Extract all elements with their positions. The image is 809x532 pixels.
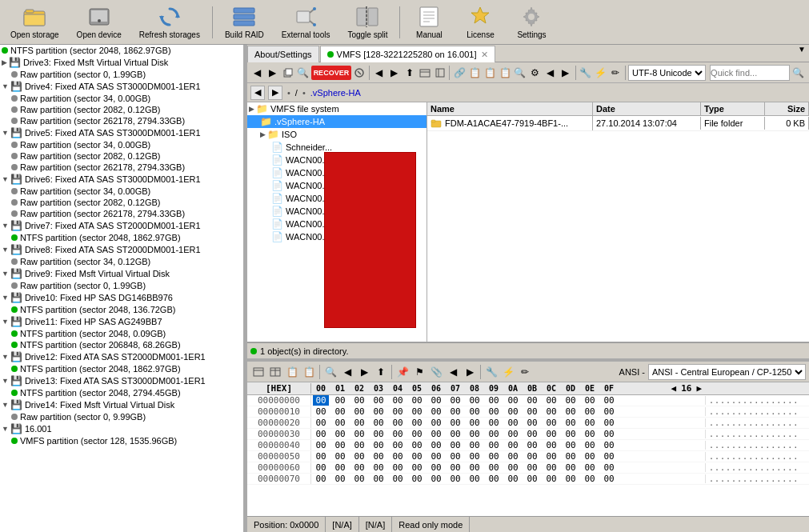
hex-byte-3-2[interactable]: 00 (351, 429, 367, 439)
left-tree-item-27[interactable]: NTFS partition (sector 2048, 1862.97GB) (0, 363, 243, 374)
hex-byte-2-1[interactable]: 00 (332, 418, 348, 428)
open-storage-button[interactable]: Open storage (3, 2, 66, 42)
hex-byte-4-15[interactable]: 00 (601, 440, 617, 450)
left-tree-item-2[interactable]: Raw partition (sector 0, 1.99GB) (0, 69, 243, 80)
hex-byte-2-8[interactable]: 00 (467, 418, 483, 428)
external-tools-button[interactable]: External tools (274, 2, 338, 42)
hex-byte-1-4[interactable]: 00 (390, 406, 406, 417)
tab-arrow[interactable]: ▼ (795, 45, 809, 62)
left-tree-item-9[interactable]: Raw partition (sector 2082, 0.12GB) (0, 150, 243, 162)
settings-button[interactable]: Settings (507, 2, 555, 42)
left-tree-item-6[interactable]: Raw partition (sector 262178, 2794.33GB) (0, 115, 243, 126)
left-tree-item-16[interactable]: NTFS partition (sector 2048, 1862.97GB) (0, 232, 243, 243)
left-tree-item-30[interactable]: ▼💾Drive14: Fixed Msft Virtual Virtual Di… (0, 398, 243, 411)
hex-byte-5-5[interactable]: 00 (409, 451, 425, 462)
hex-byte-5-6[interactable]: 00 (428, 451, 444, 462)
hex-byte-4-12[interactable]: 00 (543, 440, 559, 450)
hex-byte-4-2[interactable]: 00 (351, 440, 367, 450)
hex-byte-3-11[interactable]: 00 (524, 429, 540, 439)
hex-byte-7-6[interactable]: 00 (428, 474, 444, 484)
hex-byte-0-14[interactable]: 00 (582, 395, 598, 406)
tb2-btn-10[interactable] (433, 65, 447, 81)
quick-find-input[interactable] (710, 65, 790, 81)
hex-byte-4-5[interactable]: 00 (409, 440, 425, 450)
hex-byte-6-15[interactable]: 00 (601, 462, 617, 473)
tb2-btn-12[interactable]: 📋 (467, 65, 482, 81)
left-tree-item-32[interactable]: ▼💾16.001 (0, 422, 243, 435)
hex-byte-0-5[interactable]: 00 (409, 395, 425, 406)
file-row-0[interactable]: FDM-A1ACAE47-7919-4BF1-...27.10.2014 13:… (427, 116, 809, 131)
left-tree-item-8[interactable]: Raw partition (sector 34, 0.00GB) (0, 139, 243, 150)
hex-byte-1-2[interactable]: 00 (351, 406, 367, 417)
hex-tb-btn-1[interactable] (250, 364, 266, 380)
left-tree-item-17[interactable]: ▼💾Drive8: Fixed ATA SAS ST2000DM001-1ER1 (0, 243, 243, 256)
hex-byte-3-1[interactable]: 00 (332, 429, 348, 439)
hex-byte-4-11[interactable]: 00 (524, 440, 540, 450)
hex-tb-btn-9[interactable]: 📌 (394, 364, 411, 380)
left-tree-item-31[interactable]: Raw partition (sector 0, 9.99GB) (0, 411, 243, 422)
hex-byte-2-0[interactable]: 00 (313, 418, 329, 428)
hex-byte-4-10[interactable]: 00 (505, 440, 521, 450)
hex-byte-5-0[interactable]: 00 (313, 451, 329, 462)
license-button[interactable]: License (456, 2, 504, 42)
path-nav-forward[interactable]: ▶ (268, 86, 282, 100)
hex-byte-3-9[interactable]: 00 (486, 429, 502, 439)
hex-byte-4-14[interactable]: 00 (582, 440, 598, 450)
hex-byte-7-3[interactable]: 00 (370, 474, 386, 484)
hex-tb-btn-14[interactable]: 🔧 (483, 364, 499, 380)
tb2-btn-15[interactable]: 🔍 (513, 65, 527, 81)
hex-tb-btn-13[interactable]: ▶ (462, 364, 478, 380)
hex-byte-3-15[interactable]: 00 (601, 429, 617, 439)
left-tree-item-7[interactable]: ▼💾Drive5: Fixed ATA SAS ST3000DM001-1ER1 (0, 126, 243, 139)
left-tree-item-3[interactable]: ▼💾Drive4: Fixed ATA SAS ST3000DM001-1ER1 (0, 80, 243, 93)
hex-byte-3-5[interactable]: 00 (409, 429, 425, 439)
hex-byte-4-0[interactable]: 00 (313, 440, 329, 450)
hex-byte-0-15[interactable]: 00 (601, 395, 617, 406)
hex-byte-2-5[interactable]: 00 (409, 418, 425, 428)
manual-button[interactable]: Manual (405, 2, 453, 42)
tb2-btn-19[interactable]: 🔧 (579, 65, 593, 81)
hex-byte-7-11[interactable]: 00 (524, 474, 540, 484)
hex-byte-0-12[interactable]: 00 (543, 395, 559, 406)
hex-byte-6-13[interactable]: 00 (563, 462, 579, 473)
hex-byte-4-9[interactable]: 00 (486, 440, 502, 450)
hex-byte-6-5[interactable]: 00 (409, 462, 425, 473)
file-tree-item-2[interactable]: ▶📁ISO (247, 128, 427, 141)
left-tree-item-23[interactable]: ▼💾Drive11: Fixed HP SAS AG249BB7 (0, 315, 243, 328)
hex-byte-0-2[interactable]: 00 (351, 395, 367, 406)
hex-byte-7-14[interactable]: 00 (582, 474, 598, 484)
hex-byte-0-3[interactable]: 00 (370, 395, 386, 406)
hex-byte-6-3[interactable]: 00 (370, 462, 386, 473)
hex-byte-1-8[interactable]: 00 (467, 406, 483, 417)
hex-tb-btn-5[interactable]: 🔍 (322, 364, 338, 380)
tb2-btn-18[interactable]: ▶ (559, 65, 573, 81)
tb2-btn-9[interactable] (418, 65, 432, 81)
hex-byte-7-1[interactable]: 00 (332, 474, 348, 484)
hex-byte-3-10[interactable]: 00 (505, 429, 521, 439)
hex-byte-0-11[interactable]: 00 (524, 395, 540, 406)
hex-byte-1-0[interactable]: 00 (313, 406, 329, 417)
left-tree-item-1[interactable]: ▶💾Drive3: Fixed Msft Virtual Virtual Dis… (0, 56, 243, 69)
tb2-btn-5[interactable] (352, 65, 366, 81)
col-header-size[interactable]: Size (765, 102, 809, 115)
left-tree-item-13[interactable]: Raw partition (sector 2082, 0.12GB) (0, 197, 243, 208)
hex-byte-7-13[interactable]: 00 (563, 474, 579, 484)
path-root[interactable]: / (295, 88, 298, 98)
left-tree-item-28[interactable]: ▼💾Drive13: Fixed ATA SAS ST3000DM001-1ER… (0, 374, 243, 387)
hex-byte-2-2[interactable]: 00 (351, 418, 367, 428)
hex-byte-7-2[interactable]: 00 (351, 474, 367, 484)
tb2-btn-14[interactable]: 📋 (498, 65, 512, 81)
hex-byte-6-11[interactable]: 00 (524, 462, 540, 473)
hex-byte-2-10[interactable]: 00 (505, 418, 521, 428)
hex-tb-btn-8[interactable]: ⬆ (373, 364, 389, 380)
hex-byte-6-8[interactable]: 00 (467, 462, 483, 473)
file-tree-item-0[interactable]: ▶📁VMFS file system (247, 102, 427, 115)
hex-byte-3-0[interactable]: 00 (313, 429, 329, 439)
hex-byte-0-8[interactable]: 00 (467, 395, 483, 406)
hex-byte-1-6[interactable]: 00 (428, 406, 444, 417)
col-header-date[interactable]: Date (593, 102, 701, 115)
left-tree-item-0[interactable]: NTFS partition (sector 2048, 1862.97GB) (0, 45, 243, 56)
hex-byte-1-7[interactable]: 00 (447, 406, 463, 417)
hex-byte-4-3[interactable]: 00 (370, 440, 386, 450)
hex-byte-0-0[interactable]: 00 (313, 395, 329, 406)
